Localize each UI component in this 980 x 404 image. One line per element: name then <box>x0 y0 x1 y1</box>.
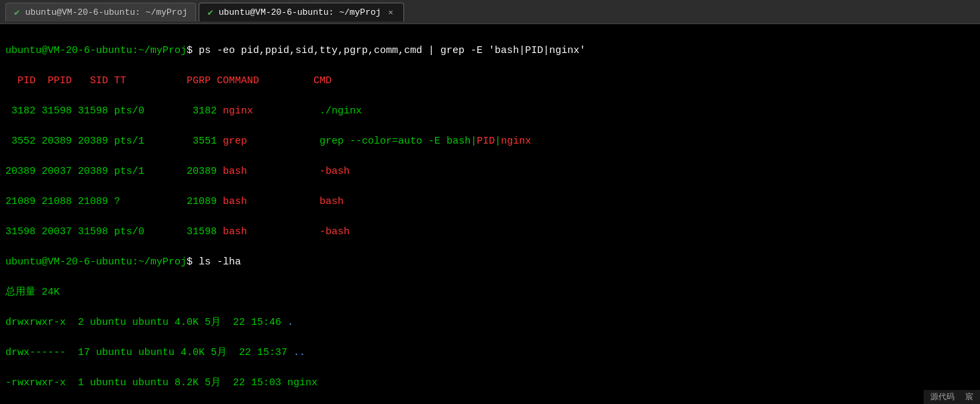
terminal-line-cmd2: ubuntu@VM-20-6-ubuntu:~/myProj$ ls -lha <box>5 255 975 270</box>
tab-1[interactable]: ✔ ubuntu@VM-20-6-ubuntu: ~/myProj <box>5 3 196 21</box>
ps-row-2: 3552 20389 20389 pts/1 3551 grep grep --… <box>5 134 975 150</box>
ls1-row-3: -rwxrwxr-x 1 ubuntu ubuntu 8.2K 5月 22 15… <box>5 376 975 391</box>
ps-row-5: 31598 20037 31598 pts/0 31598 bash -bash <box>5 225 975 240</box>
terminal-line-cmd1: ubuntu@VM-20-6-ubuntu:~/myProj$ ps -eo p… <box>5 44 975 59</box>
tab2-checkmark: ✔ <box>207 7 213 18</box>
terminal[interactable]: ubuntu@VM-20-6-ubuntu:~/myProj$ ps -eo p… <box>0 24 980 404</box>
ls1-total: 总用量 24K <box>5 285 975 301</box>
tab-2[interactable]: ✔ ubuntu@VM-20-6-ubuntu: ~/myProj ✕ <box>199 3 404 21</box>
bottombar: 源代码 宸 <box>924 390 980 404</box>
titlebar: ✔ ubuntu@VM-20-6-ubuntu: ~/myProj ✔ ubun… <box>0 0 980 24</box>
tab2-label: ubuntu@VM-20-6-ubuntu: ~/myProj <box>219 7 381 17</box>
ls1-row-1: drwxrwxr-x 2 ubuntu ubuntu 4.0K 5月 22 15… <box>5 315 975 331</box>
tab1-label: ubuntu@VM-20-6-ubuntu: ~/myProj <box>25 7 187 17</box>
ps-row-3: 20389 20037 20389 pts/1 20389 bash -bash <box>5 164 975 180</box>
bottombar-item1: 源代码 <box>930 391 954 403</box>
ls1-row-2: drwx------ 17 ubuntu ubuntu 4.0K 5月 22 1… <box>5 346 975 361</box>
ps-row-4: 21089 21088 21089 ? 21089 bash bash <box>5 195 975 210</box>
tab1-checkmark: ✔ <box>14 7 19 18</box>
bottombar-item2: 宸 <box>965 391 973 403</box>
terminal-line-ps-header: PID PPID SID TT PGRP COMMAND CMD <box>5 74 975 89</box>
ps-row-1: 3182 31598 31598 pts/0 3182 nginx ./ngin… <box>5 104 975 119</box>
tab2-close-button[interactable]: ✕ <box>387 7 395 18</box>
